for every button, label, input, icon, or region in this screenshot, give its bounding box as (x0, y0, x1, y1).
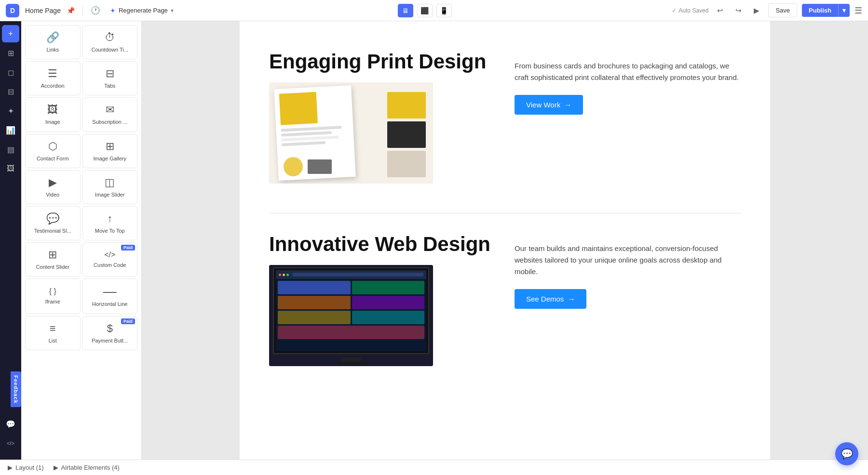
desktop-device-button[interactable]: 🖥 (398, 4, 413, 17)
sidebar-item-settings[interactable]: ✦ (2, 102, 19, 119)
publish-button[interactable]: Publish ▾ (802, 4, 850, 17)
widget-testimonial[interactable]: 💬 Testimonial Sl... (25, 206, 81, 240)
widget-video-label: Video (46, 192, 59, 198)
regenerate-label: Regenerate Page (119, 7, 168, 14)
mobile-device-button[interactable]: 📱 (436, 4, 452, 17)
menu-icon[interactable]: ☰ (854, 5, 862, 16)
redo-button[interactable]: ↪ (732, 4, 745, 17)
bottom-panel: ▶ Layout (1) ▶ Airtable Elements (4) (0, 460, 868, 475)
widget-tabs[interactable]: ⊟ Tabs (82, 61, 138, 95)
sidebar-item-analytics[interactable]: 📊 (2, 121, 19, 139)
widget-testimonial-label: Testimonial Sl... (34, 228, 71, 234)
undo-button[interactable]: ↩ (713, 4, 727, 17)
move-to-top-icon: ↑ (107, 212, 112, 225)
layout-label: Layout (1) (15, 464, 44, 471)
monitor-base (334, 362, 368, 364)
widget-image[interactable]: 🖼 Image (25, 97, 81, 132)
layout-panel-item[interactable]: ▶ Layout (1) (8, 464, 44, 471)
accordion-icon: ☰ (48, 67, 57, 80)
tablet-device-button[interactable]: ⬛ (417, 4, 433, 17)
image-gallery-icon: ⊞ (106, 140, 114, 153)
section-print-right: From business cards and brochures to pac… (515, 51, 741, 115)
widget-payment-button[interactable]: Paid $ Payment Butt... (82, 316, 138, 350)
browser-bar (276, 270, 426, 279)
widget-image-slider-label: Image Slider (95, 192, 125, 198)
see-demos-label: See Demos (526, 295, 564, 303)
sidebar-item-database[interactable]: ▤ (2, 141, 19, 158)
print-rect (308, 159, 332, 174)
sidebar-item-code[interactable]: </> (2, 435, 19, 452)
paid-badge-2: Paid (121, 318, 135, 324)
web-mockup (269, 265, 433, 366)
widget-links[interactable]: 🔗 Links (25, 25, 81, 59)
section-web-description: Our team builds and maintains exceptiona… (515, 243, 741, 277)
save-button[interactable]: Save (768, 3, 797, 17)
widget-horizontal-line[interactable]: — Horizontal Line (82, 278, 138, 314)
widget-list-label: List (49, 338, 57, 344)
horizontal-line-icon: — (103, 285, 117, 298)
widget-contact-form-label: Contact Form (37, 156, 69, 162)
chat-bubble-button[interactable]: 💬 (835, 442, 858, 465)
widget-move-to-top[interactable]: ↑ Move To Top (82, 206, 138, 240)
see-demos-arrow-icon: → (568, 295, 575, 303)
publish-chevron-icon[interactable]: ▾ (838, 4, 850, 17)
widget-image-gallery[interactable]: ⊞ Image Gallery (82, 134, 138, 168)
page-name[interactable]: Home Page (25, 7, 61, 14)
monitor-screen (276, 270, 426, 351)
sidebar-item-page[interactable]: ◻ (2, 64, 19, 81)
canvas-area[interactable]: Engaging Print Design (142, 21, 868, 460)
widget-video[interactable]: ▶ Video (25, 170, 81, 204)
view-work-button[interactable]: View Work → (515, 95, 583, 115)
print-mockup (269, 82, 433, 184)
sidebar-item-image[interactable]: 🖼 (2, 160, 19, 177)
preview-button[interactable]: ▶ (750, 4, 763, 17)
print-items (387, 92, 426, 177)
sidebar-item-chat[interactable]: 💬 (2, 415, 19, 433)
section-print-image (269, 82, 433, 184)
widget-subscription[interactable]: ✉ Subscription ... (82, 97, 138, 132)
see-demos-button[interactable]: See Demos → (515, 289, 586, 309)
widget-links-label: Links (46, 47, 59, 53)
widget-custom-code[interactable]: Paid </> Custom Code (82, 242, 138, 277)
feedback-tab[interactable]: Feedback (11, 371, 21, 408)
widget-tabs-label: Tabs (104, 83, 115, 89)
widget-image-label: Image (45, 119, 60, 125)
widget-grid: 🔗 Links ⏱ Countdown Ti... ☰ Accordion ⊟ … (25, 25, 137, 350)
sidebar-item-layers[interactable]: ⊟ (2, 83, 19, 100)
history-icon[interactable]: 🕐 (91, 6, 100, 15)
widget-accordion[interactable]: ☰ Accordion (25, 61, 81, 95)
widget-move-to-top-label: Move To Top (95, 228, 125, 234)
widget-image-slider[interactable]: ◫ Image Slider (82, 170, 138, 204)
subscription-icon: ✉ (106, 104, 114, 116)
section-web-design: Innovative Web Design (269, 223, 741, 376)
regenerate-button[interactable]: ✦ Regenerate Page ▾ (106, 5, 177, 16)
widget-subscription-label: Subscription ... (92, 119, 127, 125)
device-switcher: 🖥 ⬛ 📱 (183, 4, 666, 17)
widget-iframe[interactable]: { } Iframe (25, 278, 81, 314)
testimonial-icon: 💬 (46, 212, 59, 225)
section-web-right: Our team builds and maintains exceptiona… (515, 233, 741, 309)
canvas-content: Engaging Print Design (240, 21, 770, 460)
widget-accordion-label: Accordion (41, 83, 65, 89)
sidebar-item-grid[interactable]: ⊞ (2, 44, 19, 62)
widget-custom-code-label: Custom Code (94, 262, 126, 268)
widget-iframe-label: Iframe (45, 299, 60, 305)
widget-countdown[interactable]: ⏱ Countdown Ti... (82, 25, 138, 59)
iframe-icon: { } (49, 287, 56, 296)
widget-content-slider[interactable]: ⊞ Content Slider (25, 242, 81, 277)
separator-1 (82, 6, 83, 15)
view-work-arrow-icon: → (564, 101, 571, 109)
section-print-description: From business cards and brochures to pac… (515, 60, 741, 83)
monitor-bezel (273, 267, 429, 354)
checkmark-icon: ✓ (672, 7, 677, 14)
section-print-inner: Engaging Print Design (269, 51, 741, 184)
section-print-design: Engaging Print Design (269, 40, 741, 194)
sidebar-item-add[interactable]: + (2, 25, 19, 42)
pin-icon[interactable]: 📌 (67, 7, 75, 14)
widget-list[interactable]: ≡ List (25, 316, 81, 350)
widget-horizontal-line-label: Horizontal Line (92, 301, 127, 307)
airtable-panel-item[interactable]: ▶ Airtable Elements (4) (54, 464, 120, 471)
web-content-grid (276, 279, 426, 341)
regenerate-icon: ✦ (110, 7, 116, 14)
widget-contact-form[interactable]: ⬡ Contact Form (25, 134, 81, 168)
